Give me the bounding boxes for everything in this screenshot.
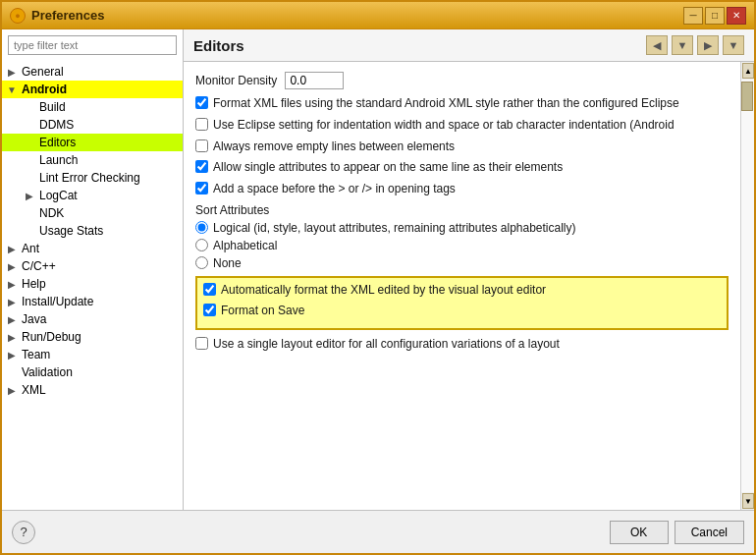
preferences-window: ● Preferences ─ □ ✕ ▶ General ▼ And <box>0 0 756 555</box>
checkbox-format-xml-label: Format XML files using the standard Andr… <box>213 95 679 112</box>
panel-header: Editors ◀ ▼ ▶ ▼ <box>184 29 754 62</box>
sidebar-item-usage-stats[interactable]: Usage Stats <box>2 222 183 240</box>
checkbox-single-layout[interactable] <box>195 337 208 350</box>
sidebar-item-validation[interactable]: Validation <box>2 363 183 381</box>
sidebar-item-label-validation: Validation <box>22 365 73 379</box>
cancel-button[interactable]: Cancel <box>675 521 744 544</box>
radio-logical-row: Logical (id, style, layout attributes, r… <box>195 221 729 235</box>
nav-back-button[interactable]: ◀ <box>646 35 668 55</box>
radio-alphabetical-row: Alphabetical <box>195 239 729 252</box>
tree-arrow-android: ▼ <box>6 84 18 95</box>
sidebar-item-ddms[interactable]: DDMS <box>2 116 183 134</box>
sidebar-item-java[interactable]: ▶ Java <box>2 310 183 328</box>
footer: ? OK Cancel <box>2 510 754 553</box>
sidebar-item-xml[interactable]: ▶ XML <box>2 381 183 399</box>
sidebar-item-label-install-update: Install/Update <box>22 295 93 308</box>
sidebar-item-editors[interactable]: Editors <box>2 134 183 151</box>
checkbox-add-space-row: Add a space before the > or /> in openin… <box>195 181 729 197</box>
checkbox-format-on-save[interactable] <box>203 304 216 316</box>
app-icon: ● <box>10 8 26 24</box>
checkbox-use-eclipse-row: Use Eclipse setting for indentation widt… <box>195 117 729 134</box>
radio-none[interactable] <box>195 256 208 269</box>
sidebar-item-android[interactable]: ▼ Android <box>2 81 183 98</box>
tree-arrow-java: ▶ <box>6 314 18 325</box>
monitor-density-input[interactable] <box>285 72 344 89</box>
checkbox-always-remove-label: Always remove empty lines between elemen… <box>213 139 455 155</box>
checkbox-format-on-save-label: Format on Save <box>221 303 304 319</box>
tree-arrow-xml: ▶ <box>6 385 18 396</box>
radio-none-row: None <box>195 256 729 270</box>
sidebar-item-ant[interactable]: ▶ Ant <box>2 240 183 257</box>
sidebar-item-team[interactable]: ▶ Team <box>2 346 183 363</box>
sidebar-item-label-editors: Editors <box>39 136 76 149</box>
checkbox-auto-format-label: Automatically format the XML edited by t… <box>221 282 546 299</box>
sidebar-item-cpp[interactable]: ▶ C/C++ <box>2 257 183 275</box>
radio-alphabetical-label: Alphabetical <box>213 239 277 252</box>
tree-arrow-team: ▶ <box>6 350 18 361</box>
sidebar-item-label-build: Build <box>39 100 66 114</box>
sidebar-item-help[interactable]: ▶ Help <box>2 275 183 293</box>
sidebar-item-label-launch: Launch <box>39 153 78 167</box>
sidebar-item-ndk[interactable]: NDK <box>2 204 183 222</box>
checkbox-add-space[interactable] <box>195 182 208 194</box>
checkbox-use-eclipse[interactable] <box>195 118 208 131</box>
checkbox-single-layout-label: Use a single layout editor for all confi… <box>213 336 560 353</box>
ok-button[interactable]: OK <box>610 521 669 544</box>
checkbox-format-xml-row: Format XML files using the standard Andr… <box>195 95 729 112</box>
scroll-thumb[interactable] <box>741 82 753 111</box>
sidebar-item-label-help: Help <box>22 277 46 291</box>
minimize-button[interactable]: ─ <box>683 7 703 25</box>
title-controls: ─ □ ✕ <box>683 7 746 25</box>
close-button[interactable]: ✕ <box>727 7 746 25</box>
right-panel: Editors ◀ ▼ ▶ ▼ Monitor Density <box>184 29 754 510</box>
scrollbar[interactable]: ▲ ▼ <box>740 62 754 510</box>
nav-forward-dropdown-button[interactable]: ▼ <box>723 35 744 55</box>
scroll-up-button[interactable]: ▲ <box>742 63 754 79</box>
checkbox-format-xml[interactable] <box>195 96 208 109</box>
nav-back-dropdown-button[interactable]: ▼ <box>672 35 693 55</box>
tree-arrow-help: ▶ <box>6 279 18 290</box>
checkbox-allow-single-row: Allow single attributes to appear on the… <box>195 159 729 176</box>
footer-buttons: OK Cancel <box>610 521 744 544</box>
nav-forward-button[interactable]: ▶ <box>697 35 719 55</box>
sidebar-item-build[interactable]: Build <box>2 98 183 116</box>
radio-logical[interactable] <box>195 221 208 234</box>
checkbox-use-eclipse-label: Use Eclipse setting for indentation widt… <box>213 117 675 134</box>
tree-arrow-run-debug: ▶ <box>6 332 18 343</box>
tree-arrow-logcat: ▶ <box>24 191 35 201</box>
sidebar-item-general[interactable]: ▶ General <box>2 63 183 81</box>
title-bar: ● Preferences ─ □ ✕ <box>2 2 754 29</box>
sidebar-item-label-team: Team <box>22 348 50 361</box>
sidebar-item-launch[interactable]: Launch <box>2 151 183 169</box>
tree-arrow-ant: ▶ <box>6 244 18 254</box>
checkbox-always-remove-row: Always remove empty lines between elemen… <box>195 139 729 155</box>
sidebar-item-label-logcat: LogCat <box>39 189 78 202</box>
sidebar-item-label-java: Java <box>22 312 46 326</box>
sidebar-item-label-xml: XML <box>22 383 46 397</box>
sidebar-item-label-general: General <box>22 65 64 79</box>
sort-attributes-label: Sort Attributes <box>195 203 729 217</box>
window-title: Preferences <box>31 8 104 23</box>
monitor-density-row: Monitor Density <box>195 72 729 89</box>
help-button[interactable]: ? <box>12 521 35 544</box>
panel-content-area: Monitor Density Format XML files using t… <box>184 62 754 510</box>
scroll-down-button[interactable]: ▼ <box>742 493 754 509</box>
sidebar-item-install-update[interactable]: ▶ Install/Update <box>2 293 183 310</box>
checkbox-auto-format[interactable] <box>203 283 216 296</box>
panel-title: Editors <box>193 37 244 54</box>
checkbox-always-remove[interactable] <box>195 139 208 152</box>
checkbox-add-space-label: Add a space before the > or /> in openin… <box>213 181 456 197</box>
maximize-button[interactable]: □ <box>705 7 725 25</box>
sidebar: ▶ General ▼ Android Build DDMS <box>2 29 184 510</box>
tree-arrow-cpp: ▶ <box>6 261 18 272</box>
filter-input[interactable] <box>8 35 177 55</box>
tree-arrow-install-update: ▶ <box>6 297 18 307</box>
radio-alphabetical[interactable] <box>195 239 208 251</box>
checkbox-allow-single[interactable] <box>195 160 208 173</box>
sidebar-item-logcat[interactable]: ▶ LogCat <box>2 187 183 204</box>
sidebar-item-label-lint: Lint Error Checking <box>39 171 140 185</box>
panel-body: Monitor Density Format XML files using t… <box>184 62 740 510</box>
sidebar-item-run-debug[interactable]: ▶ Run/Debug <box>2 328 183 346</box>
title-bar-left: ● Preferences <box>10 8 104 24</box>
sidebar-item-lint[interactable]: Lint Error Checking <box>2 169 183 187</box>
